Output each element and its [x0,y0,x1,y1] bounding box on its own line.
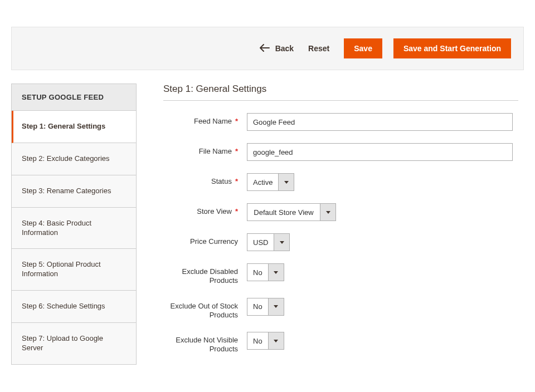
chevron-down-icon [278,174,294,190]
chevron-down-icon [268,332,284,349]
reset-button[interactable]: Reset [305,44,333,53]
exclude-notvisible-select[interactable]: No [247,332,284,350]
status-label: Status [211,177,232,185]
back-label: Back [275,44,294,53]
status-select[interactable]: Active [247,173,294,191]
sidebar: SETUP GOOGLE FEED Step 1: General Settin… [11,84,137,366]
sidebar-item-step4[interactable]: Step 4: Basic Product Information [12,208,136,249]
sidebar-item-step1[interactable]: Step 1: General Settings [12,111,136,143]
exclude-oos-value: No [247,298,268,315]
exclude-notvisible-label: Exclude Not Visible Products [176,336,238,353]
field-feed-name: Feed Name* [163,113,518,131]
exclude-oos-select[interactable]: No [247,298,284,316]
field-exclude-notvisible: Exclude Not Visible Products No [163,332,518,354]
sidebar-item-step2[interactable]: Step 2: Exclude Categories [12,143,136,175]
field-store-view: Store View* Default Store View [163,203,518,221]
exclude-disabled-label: Exclude Disabled Products [182,267,238,285]
price-currency-label: Price Currency [190,237,238,246]
price-currency-select[interactable]: USD [247,233,290,251]
exclude-disabled-select[interactable]: No [247,263,284,281]
file-name-label: File Name [199,147,232,155]
main-panel: Step 1: General Settings Feed Name* File… [163,84,524,366]
chevron-down-icon [268,298,284,315]
save-button[interactable]: Save [344,38,382,58]
sidebar-item-step7[interactable]: Step 7: Upload to Google Server [12,323,136,364]
file-name-input[interactable] [247,143,513,161]
required-icon: * [235,207,238,215]
field-exclude-disabled: Exclude Disabled Products No [163,263,518,286]
sidebar-item-step6[interactable]: Step 6: Schedule Settings [12,291,136,323]
chevron-down-icon [268,264,284,281]
back-button[interactable]: Back [260,44,294,53]
store-view-label: Store View [197,207,232,215]
toolbar: Back Reset Save Save and Start Generatio… [11,27,524,70]
exclude-disabled-value: No [247,264,268,281]
store-view-select[interactable]: Default Store View [247,203,336,221]
price-currency-value: USD [247,234,274,251]
field-price-currency: Price Currency USD [163,233,518,251]
chevron-down-icon [274,234,289,251]
field-file-name: File Name* [163,143,518,161]
sidebar-item-step5[interactable]: Step 5: Optional Product Information [12,249,136,291]
required-icon: * [235,147,238,155]
chevron-down-icon [320,204,335,220]
sidebar-item-step3[interactable]: Step 3: Rename Categories [12,175,136,208]
status-value: Active [247,174,278,190]
field-exclude-oos: Exclude Out of Stock Products No [163,298,518,320]
feed-name-input[interactable] [247,113,513,131]
section-title: Step 1: General Settings [163,84,518,101]
field-status: Status* Active [163,173,518,191]
store-view-value: Default Store View [247,204,320,220]
arrow-left-icon [260,44,270,53]
save-and-generate-button[interactable]: Save and Start Generation [393,38,511,58]
exclude-notvisible-value: No [247,332,268,349]
exclude-oos-label: Exclude Out of Stock Products [171,302,238,319]
sidebar-title: SETUP GOOGLE FEED [11,84,137,110]
required-icon: * [235,117,238,125]
feed-name-label: Feed Name [194,117,232,125]
required-icon: * [235,177,238,185]
